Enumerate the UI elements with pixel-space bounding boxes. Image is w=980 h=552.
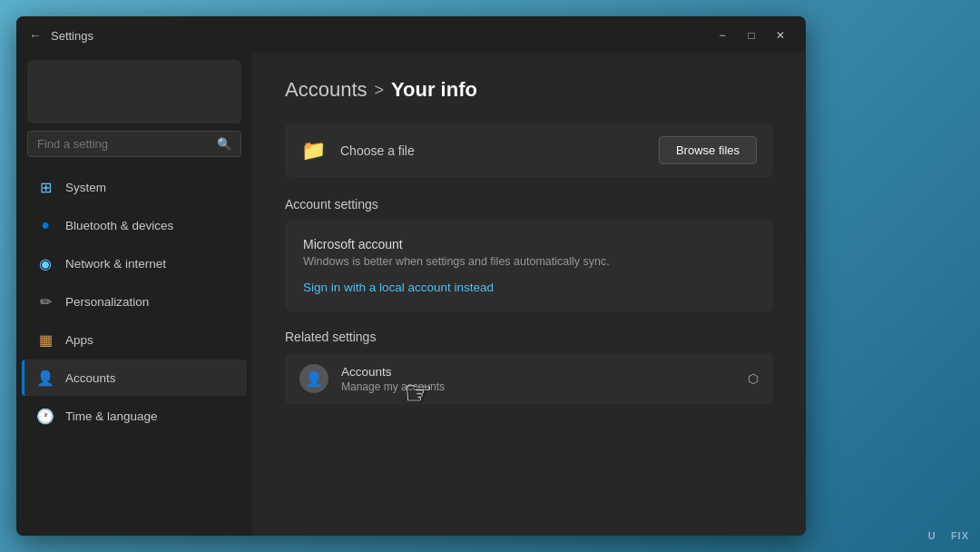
maximize-button[interactable]: □ — [739, 26, 764, 44]
ms-account-title: Microsoft account — [303, 237, 755, 251]
sign-in-local-link[interactable]: Sign in with a local account instead — [303, 281, 494, 294]
sidebar-item-system[interactable]: ⊞ System — [22, 169, 247, 205]
time-icon: 🕐 — [36, 407, 54, 425]
sidebar-item-label-time: Time & language — [65, 409, 158, 423]
sidebar-item-label-network: Network & internet — [65, 257, 166, 271]
sidebar-item-apps[interactable]: ▦ Apps — [22, 321, 247, 358]
sidebar-item-label-personalization: Personalization — [65, 295, 149, 309]
network-icon: ◉ — [36, 254, 54, 272]
close-button[interactable]: ✕ — [768, 26, 793, 44]
system-icon: ⊞ — [36, 178, 54, 196]
person-icon: 👤 — [305, 370, 323, 388]
watermark: U FIX — [928, 530, 969, 541]
breadcrumb: Accounts > Your info — [285, 78, 773, 102]
content-area: Accounts > Your info 📁 Choose a file Bro… — [252, 53, 806, 536]
back-arrow-icon[interactable]: ← — [29, 28, 42, 43]
sidebar-item-accounts[interactable]: 👤 Accounts — [22, 360, 247, 396]
related-accounts-item-title: Accounts — [341, 365, 735, 379]
sidebar-item-label-accounts: Accounts — [65, 371, 116, 385]
account-settings-card: Microsoft account Windows is better when… — [285, 221, 773, 311]
breadcrumb-accounts[interactable]: Accounts — [285, 78, 368, 102]
related-accounts-item[interactable]: 👤 Accounts Manage my accounts ⬡ — [285, 353, 773, 404]
personalization-icon: ✏ — [36, 292, 54, 310]
minimize-button[interactable]: − — [710, 26, 735, 44]
user-avatar-area — [27, 60, 241, 123]
apps-icon: ▦ — [36, 330, 54, 349]
sidebar: 🔍 ⊞ System ● Bluetooth & devices ◉ Netwo… — [16, 53, 252, 536]
sidebar-item-bluetooth[interactable]: ● Bluetooth & devices — [22, 207, 247, 243]
related-item-text: Accounts Manage my accounts — [341, 365, 735, 393]
breadcrumb-separator: > — [375, 81, 385, 100]
related-accounts-item-subtitle: Manage my accounts — [341, 380, 735, 393]
sidebar-item-network[interactable]: ◉ Network & internet — [22, 245, 247, 281]
window-title: Settings — [51, 29, 93, 43]
sidebar-item-label-bluetooth: Bluetooth & devices — [65, 219, 173, 232]
folder-icon: 📁 — [301, 139, 326, 163]
window-controls: − □ ✕ — [710, 26, 793, 44]
browse-files-button[interactable]: Browse files — [659, 136, 757, 164]
search-bar[interactable]: 🔍 — [27, 131, 241, 157]
title-bar: ← Settings − □ ✕ — [16, 16, 806, 53]
related-settings-title: Related settings — [285, 330, 773, 344]
search-input[interactable] — [37, 137, 210, 151]
choose-file-label: Choose a file — [340, 143, 644, 158]
settings-window: ← Settings − □ ✕ 🔍 ⊞ System ● Bluetooth — [16, 16, 806, 536]
sidebar-item-label-system: System — [65, 181, 106, 194]
sidebar-item-time[interactable]: 🕐 Time & language — [22, 398, 247, 434]
sidebar-item-personalization[interactable]: ✏ Personalization — [22, 283, 247, 320]
bluetooth-icon: ● — [36, 216, 54, 234]
related-accounts-icon: 👤 — [299, 364, 328, 393]
profile-image-section: 📁 Choose a file Browse files — [285, 123, 773, 177]
accounts-icon: 👤 — [36, 369, 54, 387]
search-icon: 🔍 — [217, 137, 231, 151]
external-link-icon: ⬡ — [748, 371, 759, 386]
ms-account-desc: Windows is better when settings and file… — [303, 255, 755, 268]
breadcrumb-yourinfo: Your info — [391, 78, 477, 102]
account-settings-title: Account settings — [285, 197, 773, 212]
sidebar-item-label-apps: Apps — [65, 333, 93, 347]
